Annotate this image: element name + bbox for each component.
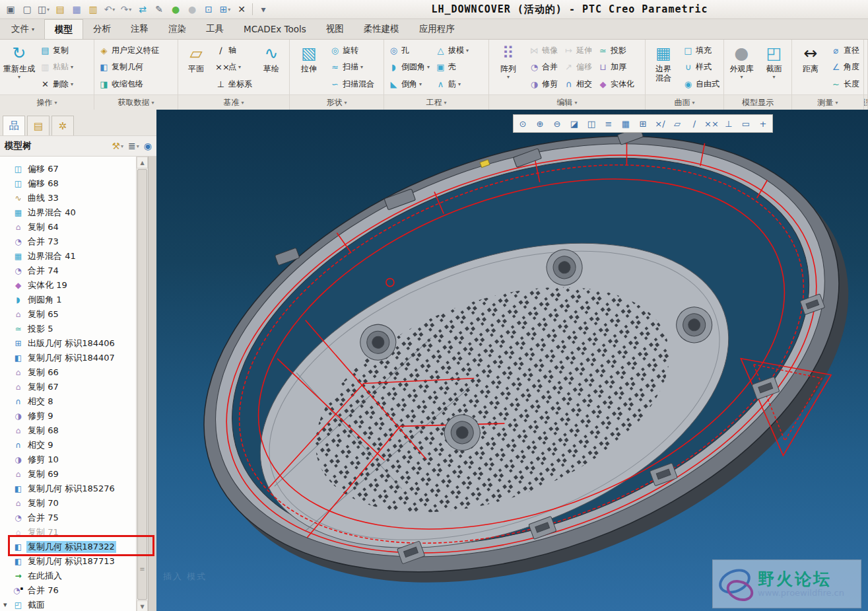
ribbon-button[interactable]: ↗偏移▾ [561,59,594,75]
ribbon-button[interactable]: ◎孔▾ [386,43,432,58]
repaint-button[interactable]: ◪ [566,116,583,131]
inactive-model-button[interactable]: ●▾ [184,2,200,17]
open-button[interactable]: ▤▾ [52,2,68,17]
group-label-measure[interactable]: 测量▾ [792,94,863,110]
ribbon-button[interactable]: ▤复制▾ [38,43,75,58]
tree-item[interactable]: ◫ 偏移 68 [0,176,136,191]
ribbon-button[interactable]: ◔合并▾ [527,59,560,75]
ribbon-button[interactable]: ✕删除▾ [38,77,75,92]
ribbon-button[interactable]: ≃投影▾ [595,43,636,58]
tree-item[interactable]: ≃ 投影 5 [0,322,136,336]
tree-item[interactable]: ◑ 修剪 9 [0,409,136,423]
model-tree-tab[interactable]: 品 [3,116,25,135]
ribbon-button[interactable]: ⌀直径▾ [828,43,861,58]
ribbon-button[interactable]: ↦延伸▾ [561,43,594,58]
window-arrange-button[interactable]: ◫▾ [36,2,51,17]
ribbon-button[interactable]: ▥粘贴▾ [38,59,75,75]
redo-button[interactable]: ↷▾ [118,2,134,17]
point-display-button[interactable]: ×× [703,116,720,131]
new-button[interactable]: ▢▾ [19,2,35,17]
tree-item[interactable]: ∿ 曲线 33 [0,191,136,205]
boundary-blend-big-button[interactable]: ▦ 边界 混合 [648,41,679,93]
group-label-operations[interactable]: 操作▾ [0,94,94,110]
tab-mcadex-tools[interactable]: MCADEx Tools [234,19,316,39]
tree-item[interactable]: → 在此插入 [0,569,136,583]
section-big-button[interactable]: ◰ 截面 ▾ [758,41,789,93]
tree-scrollbar[interactable]: ▲ ▼ [136,157,148,611]
ribbon-button[interactable]: □填充▾ [681,43,721,58]
ribbon-button[interactable]: ◗倒圆角▾ [386,59,432,75]
ribbon-button[interactable]: ▣壳▾ [433,59,471,75]
group-label-surfaces[interactable]: 曲面▾ [646,94,723,110]
panel-splitter[interactable] [148,157,156,611]
group-label-shapes[interactable]: 形状▾ [290,94,384,110]
toolbar-overflow-button[interactable]: ▾ [255,2,271,17]
ribbon-button[interactable]: ◆实体化▾ [595,77,636,92]
tree-item[interactable]: ◧ 复制几何 标识185276 [0,482,136,496]
ribbon-button[interactable]: ⊔加厚▾ [595,59,636,75]
tree-item[interactable]: ⌂ 复制 67 [0,380,136,394]
scrollbar-up-arrow[interactable]: ▲ [137,157,148,168]
windows-button[interactable]: ⊞▾ [217,2,233,17]
annotation-display-button[interactable]: ▭ [737,116,754,131]
app-window-button[interactable]: ▣▾ [3,2,18,17]
tree-display-filter-button[interactable]: ◉ [144,141,152,151]
saved-orientations-button[interactable]: ≡ [600,116,617,131]
sketch-big-button[interactable]: ∿ 草绘 [255,41,287,93]
group-label-get-data[interactable]: 获取数据▾ [94,94,178,110]
tree-item[interactable]: ∩ 相交 8 [0,394,136,409]
tree-item[interactable]: ◔ 合并 76 [0,583,136,598]
tab-tools[interactable]: 工具 [196,19,234,39]
scrollbar-down-arrow[interactable]: ▼ [137,600,148,611]
tab-applications[interactable]: 应用程序 [409,19,465,39]
tab-view[interactable]: 视图 [316,19,354,39]
ribbon-button[interactable]: ⋈镜像▾ [527,43,560,58]
tree-item[interactable]: ◰ 截面 [0,598,136,611]
ribbon-button[interactable]: ◈用户定义特征▾ [96,43,161,58]
distance-big-button[interactable]: ↔ 距离 [794,41,827,93]
ribbon-button[interactable]: ◨收缩包络▾ [96,77,161,92]
tab-render[interactable]: 渲染 [158,19,196,39]
undo-button[interactable]: ↶▾ [102,2,117,17]
regenerate-button[interactable]: ⇄▾ [135,2,150,17]
tree-item[interactable]: ◔ 合并 74 [0,264,136,278]
ribbon-button[interactable]: ~长度▾ [828,77,861,92]
ribbon-button[interactable]: ∪样式▾ [681,59,721,75]
tree-item[interactable]: ◗ 倒圆角 1 [0,293,136,307]
tree-item[interactable]: ⌂ 复制 68 [0,423,136,438]
close-window-button[interactable]: ✕▾ [234,2,250,17]
ribbon-button[interactable]: ∕轴▾ [213,43,254,58]
tree-settings-button[interactable]: ≣▾ [128,141,139,151]
tree-item[interactable]: ◔ 合并 75 [0,511,136,525]
favorites-tab[interactable]: ✲ [51,116,74,135]
extrude-big-button[interactable]: ▧ 拉伸 [292,41,326,93]
group-label-engineering[interactable]: 工程▾ [384,94,488,110]
ribbon-button[interactable]: ⊥坐标系▾ [213,77,254,92]
tree-item[interactable]: ⌂ 复制 69 [0,467,136,482]
save-button[interactable]: ▦▾ [69,2,84,17]
ribbon-button[interactable]: ≈扫描▾ [327,59,376,75]
spin-center-button[interactable]: + [754,116,772,131]
tree-item[interactable]: ⌂ 复制 65 [0,307,136,322]
ribbon-button[interactable]: ◧复制几何▾ [96,59,161,75]
group-label-model-display[interactable]: 模型显示▾ [724,94,791,110]
tree-item[interactable]: ⌂ 复制 71 [0,525,136,540]
appearance-gallery-button[interactable]: ● 外观库 ▾ [726,41,757,93]
tree-item[interactable]: ◔ 合并 73 [0,234,136,249]
erase-button[interactable]: ✎▾ [151,2,167,17]
tree-item[interactable]: ⌂ 复制 66 [0,365,136,380]
ribbon-button[interactable]: ∧筋▾ [433,77,471,92]
tree-tools-button[interactable]: ⚒▾ [112,141,123,151]
ribbon-button[interactable]: ◉自由式▾ [681,77,721,92]
ribbon-button[interactable]: ∽扫描混合▾ [327,77,376,92]
tab-model[interactable]: 模型 [44,19,83,39]
view-manager-button[interactable]: ▦ [617,116,634,131]
tree-item[interactable]: ◧ 复制几何 标识184407 [0,351,136,365]
zoom-out-button[interactable]: ⊖ [549,116,566,131]
axis-display-button[interactable]: ∕ [686,116,703,131]
tree-item[interactable]: ∩ 相交 9 [0,438,136,452]
tree-item[interactable]: ◑ 修剪 10 [0,452,136,467]
tree-item[interactable]: ◫ 偏移 67 [0,162,136,176]
tab-analysis[interactable]: 分析 [83,19,121,39]
tree-item[interactable]: ◧ 复制几何 标识187322 [0,540,136,554]
